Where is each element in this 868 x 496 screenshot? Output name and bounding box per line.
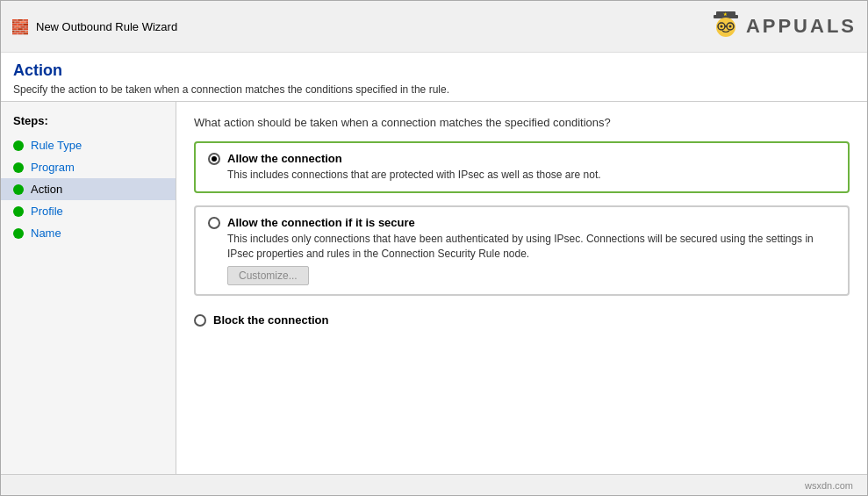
svg-point-6	[720, 25, 722, 28]
sidebar-label-profile: Profile	[31, 205, 63, 218]
title-bar-text: New Outbound Rule Wizard	[36, 20, 177, 33]
radio-allow-secure[interactable]	[208, 217, 220, 229]
header-description: Specify the action to be taken when a co…	[13, 83, 855, 96]
sidebar-item-profile[interactable]: Profile	[1, 200, 176, 222]
sidebar-label-name: Name	[31, 226, 61, 240]
option-allow-box[interactable]: Allow the connection This includes conne…	[194, 141, 850, 193]
option-allow-secure-desc: This includes only connections that have…	[227, 232, 836, 262]
option-allow-row: Allow the connection	[208, 152, 836, 165]
appuals-text: APPUALS	[746, 15, 857, 38]
option-allow-secure-row: Allow the connection if it is secure	[208, 216, 836, 229]
option-allow-desc: This includes connections that are prote…	[227, 168, 836, 183]
option-block-title: Block the connection	[213, 313, 328, 327]
main-content: Steps: Rule Type Program Action Profile …	[1, 102, 867, 474]
step-indicator-program	[13, 162, 24, 173]
wizard-icon: 🧱	[11, 18, 29, 35]
option-allow-secure-box[interactable]: Allow the connection if it is secure Thi…	[194, 205, 850, 297]
step-indicator-action	[13, 184, 24, 195]
sidebar-label-rule-type: Rule Type	[31, 139, 82, 152]
footer: wsxdn.com	[1, 474, 867, 495]
sidebar-label-action: Action	[31, 183, 62, 196]
svg-text:★: ★	[723, 11, 728, 17]
sidebar-item-rule-type[interactable]: Rule Type	[1, 134, 176, 156]
sidebar-title: Steps:	[1, 111, 176, 134]
title-bar: 🧱 New Outbound Rule Wizard ★	[1, 1, 867, 53]
header-section: Action Specify the action to be taken wh…	[1, 53, 867, 102]
customize-button[interactable]: Customize...	[227, 266, 309, 285]
question-text: What action should be taken when a conne…	[194, 116, 850, 129]
radio-allow[interactable]	[208, 153, 220, 165]
step-indicator-profile	[13, 206, 24, 217]
content-area: What action should be taken when a conne…	[176, 102, 867, 474]
step-indicator-name	[13, 228, 24, 239]
option-block-row: Block the connection	[194, 313, 850, 327]
radio-block[interactable]	[194, 314, 206, 327]
option-allow-title: Allow the connection	[227, 152, 342, 165]
option-block-box[interactable]: Block the connection	[194, 308, 850, 332]
wizard-window: 🧱 New Outbound Rule Wizard ★	[0, 0, 868, 496]
sidebar-item-program[interactable]: Program	[1, 156, 176, 178]
appuals-logo: ★ APPUALS	[709, 8, 857, 45]
step-indicator-rule-type	[13, 140, 24, 151]
sidebar-item-name[interactable]: Name	[1, 222, 176, 244]
sidebar-label-program: Program	[31, 161, 75, 174]
appuals-character-icon: ★	[709, 8, 742, 45]
sidebar-item-action[interactable]: Action	[1, 178, 176, 200]
svg-point-2	[716, 18, 735, 37]
sidebar: Steps: Rule Type Program Action Profile …	[1, 102, 176, 474]
option-allow-secure-title: Allow the connection if it is secure	[227, 216, 415, 229]
wsxdn-label: wsxdn.com	[798, 477, 860, 494]
page-title: Action	[13, 61, 855, 80]
svg-point-7	[728, 25, 731, 28]
